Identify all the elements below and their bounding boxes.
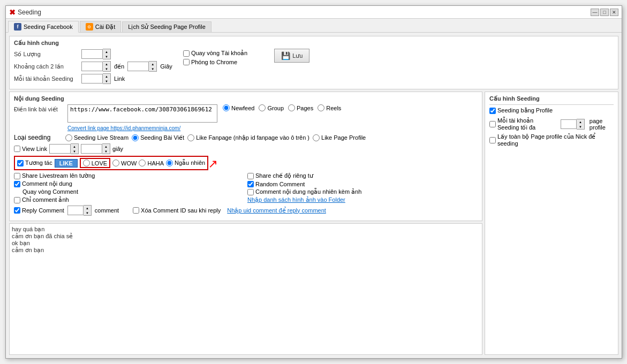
save-button[interactable]: 💾 Lưu xyxy=(274,49,309,63)
reply-comment-up[interactable]: ▲ xyxy=(84,206,91,210)
moi-tk-field[interactable]: 0 xyxy=(81,74,103,84)
close-button[interactable]: ✕ xyxy=(610,9,618,16)
chi-comment-anh-check[interactable] xyxy=(14,197,20,203)
moi-tk-seeding-check[interactable] xyxy=(489,121,496,127)
radio-like-page-profile[interactable]: Like Page Profile xyxy=(313,134,366,141)
radio-seeding-live[interactable]: Seeding Live Stream xyxy=(65,134,129,141)
like-highlight-btn[interactable]: LIKE xyxy=(55,159,78,168)
reply-comment-check[interactable] xyxy=(14,207,20,214)
view-link-val1-field[interactable]: 30 xyxy=(49,144,71,154)
like-fanpage-label: Like Fanpage (nhập id fanpage vào ô trên… xyxy=(196,134,309,141)
random-comment-check[interactable] xyxy=(247,181,254,187)
view-link-row: View Link 30 ▲ ▼ 60 ▲ xyxy=(14,143,478,154)
seeding-bang-profile-check[interactable] xyxy=(489,108,496,114)
loai-seeding-label: Loại seeding xyxy=(14,134,62,141)
quay-vong-tk-checkbox[interactable]: Quay vòng Tài khoản xyxy=(183,50,247,57)
maximize-button[interactable]: □ xyxy=(600,9,609,16)
moi-tk-input: 0 ▲ ▼ xyxy=(81,73,111,84)
view-link-val2-field[interactable]: 60 xyxy=(81,144,102,154)
khoang-cach-from-field[interactable]: 10 xyxy=(81,62,103,71)
tuong-tac-checkbox[interactable]: Tương tác xyxy=(17,160,52,166)
den-label: đến xyxy=(114,63,124,70)
radio-ngau-nhien[interactable]: Ngẫu nhiên xyxy=(166,160,205,166)
radio-wow[interactable]: WOW xyxy=(112,160,137,166)
moi-tk-seeding-val-input: 3 ▲ ▼ xyxy=(561,119,585,130)
moi-tk-seeding-checkbox[interactable]: Mỗi tài khoản Seeding tối đa xyxy=(489,117,555,131)
loai-seeding-row: Loại seeding Seeding Live Stream Seeding… xyxy=(14,134,478,141)
seeding-bang-profile-checkbox[interactable]: Seeding bằng Profile xyxy=(489,107,614,114)
radio-reels[interactable]: Reels xyxy=(318,104,341,111)
random-comment-checkbox[interactable]: Random Comment xyxy=(247,180,478,187)
comment-noi-dung-check[interactable] xyxy=(14,181,20,187)
moi-tk-seeding-up[interactable]: ▲ xyxy=(577,119,584,124)
so-luong-row: Số Lượng 4 ▲ ▼ xyxy=(14,49,172,59)
moi-tk-down[interactable]: ▼ xyxy=(103,79,110,84)
comment-noi-dung-checkbox[interactable]: Comment nội dung xyxy=(14,180,244,187)
nhap-uid-comment-link[interactable]: Nhập uid comment để reply comment xyxy=(227,207,326,214)
wow-label: WOW xyxy=(121,160,137,166)
vl-val1-down[interactable]: ▼ xyxy=(71,149,78,154)
view-link-check[interactable] xyxy=(14,146,20,152)
comment-noi-dung-anh-checkbox[interactable]: Comment nội dung ngẫu nhiên kèm ảnh xyxy=(247,188,478,195)
share-livestream-checkbox[interactable]: Share Livestream lên tường xyxy=(14,172,244,179)
lay-toan-bo-checkbox[interactable]: Lấy toàn bộ Page profile của Nick để see… xyxy=(489,133,614,147)
tab-seeding-facebook[interactable]: f Seeding Facebook xyxy=(8,21,79,33)
share-che-do-checkbox[interactable]: Share chế độ riêng tư xyxy=(247,172,478,179)
radio-group[interactable]: Group xyxy=(259,104,284,111)
kc-from-up[interactable]: ▲ xyxy=(103,62,110,66)
so-luong-up[interactable]: ▲ xyxy=(103,49,110,54)
phong-to-chrome-checkbox[interactable]: Phóng to Chrome xyxy=(183,59,247,65)
red-arrow-icon: ↙ xyxy=(208,157,218,171)
kc-from-down[interactable]: ▼ xyxy=(103,66,110,71)
kc-to-down[interactable]: ▼ xyxy=(149,66,156,71)
comment-text-area[interactable]: hay quá bạn cảm ơn bạn đã chia sẻ ok bạn… xyxy=(9,223,482,355)
reply-comment-down[interactable]: ▼ xyxy=(84,210,91,215)
khoang-cach-to-field[interactable]: 15 xyxy=(127,62,149,71)
share-che-do-check[interactable] xyxy=(247,173,254,179)
moi-tk-seeding-unit: page profile xyxy=(590,118,614,131)
chi-comment-anh-checkbox[interactable]: Chỉ comment ảnh xyxy=(14,196,244,203)
link-input-field[interactable] xyxy=(67,104,217,123)
radio-haha[interactable]: HAHA xyxy=(139,160,164,166)
moi-tk-seeding-row: Mỗi tài khoản Seeding tối đa 3 ▲ ▼ page … xyxy=(489,117,614,131)
moi-tk-seeding-val-field[interactable]: 3 xyxy=(561,119,577,129)
comment-noi-dung-anh-check[interactable] xyxy=(247,189,254,195)
convert-link[interactable]: Convert link page https://id.phanmemninj… xyxy=(67,125,180,131)
xoa-comment-id-check[interactable] xyxy=(133,207,139,214)
radio-newfeed[interactable]: Newfeed xyxy=(223,104,254,111)
reply-comment-val-field[interactable]: 1 xyxy=(67,206,84,215)
reply-comment-spinbtns: ▲ ▼ xyxy=(84,205,92,216)
tuong-tac-check[interactable] xyxy=(17,160,24,166)
so-luong-label: Số Lượng xyxy=(14,51,78,58)
link-unit-label: Link xyxy=(114,75,125,82)
vl-val2-up[interactable]: ▲ xyxy=(102,144,110,149)
dien-link-label: Điền link bài viết xyxy=(14,104,62,113)
so-luong-field[interactable]: 4 xyxy=(81,49,103,59)
nhap-ds-hinh-link[interactable]: Nhập danh sách hình ảnh vào Folder xyxy=(247,196,478,203)
vl-val1-up[interactable]: ▲ xyxy=(71,144,78,149)
minimize-button[interactable]: — xyxy=(591,9,599,16)
tab-lich-su[interactable]: Lịch Sử Seeding Page Profile xyxy=(122,21,211,32)
window-title: Seeding xyxy=(18,9,41,16)
moi-tk-row: Mỗi tài khoản Seeding 0 ▲ ▼ Link xyxy=(14,73,172,84)
radio-seeding-bv[interactable]: Seeding Bài Viết xyxy=(132,134,184,141)
khoang-cach-to-spinbtns: ▲ ▼ xyxy=(149,61,157,72)
reply-comment-checkbox[interactable]: Reply Comment xyxy=(14,207,64,214)
radio-like-fanpage[interactable]: Like Fanpage (nhập id fanpage vào ô trên… xyxy=(187,134,309,141)
radio-love[interactable]: LOVE xyxy=(80,158,110,168)
lay-toan-bo-check[interactable] xyxy=(489,137,496,143)
moi-tk-seeding-down[interactable]: ▼ xyxy=(577,124,584,129)
kc-to-up[interactable]: ▲ xyxy=(149,62,156,66)
xoa-comment-id-checkbox[interactable]: Xóa Comment ID sau khi reply xyxy=(133,207,221,214)
tab-cai-dat-label: Cài Đặt xyxy=(95,24,116,31)
share-livestream-check[interactable] xyxy=(14,173,20,179)
phong-to-chrome-check[interactable] xyxy=(183,59,190,65)
lay-toan-bo-label: Lấy toàn bộ Page profile của Nick để see… xyxy=(497,133,614,147)
quay-vong-tk-check[interactable] xyxy=(183,50,190,57)
so-luong-down[interactable]: ▼ xyxy=(103,54,110,59)
vl-val2-down[interactable]: ▼ xyxy=(102,149,110,154)
tab-cai-dat[interactable]: ⚙ Cài Đặt xyxy=(80,21,122,32)
radio-pages[interactable]: Pages xyxy=(288,104,313,111)
moi-tk-up[interactable]: ▲ xyxy=(103,74,110,79)
view-link-checkbox[interactable]: View Link xyxy=(14,146,47,152)
